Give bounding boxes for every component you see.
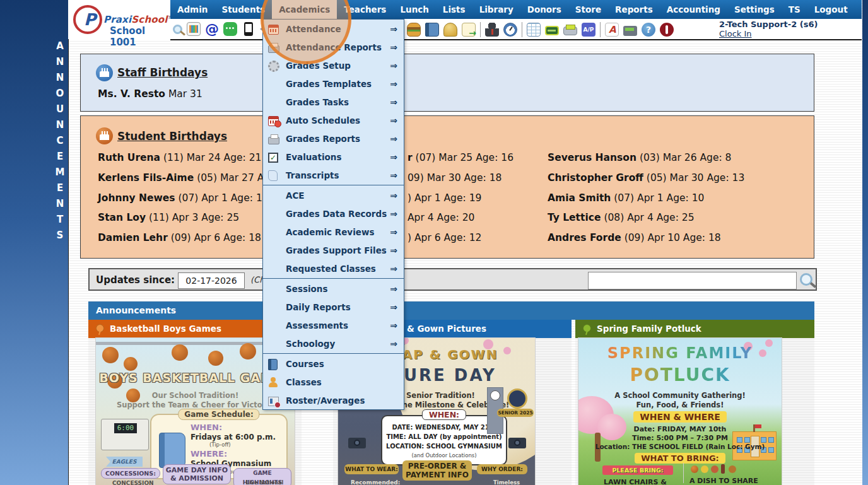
menu-item-classes[interactable]: Classes — [263, 373, 404, 391]
food-icon — [711, 465, 718, 473]
time-line: Time: 5:00 PM – 7:30 PM — [578, 434, 782, 442]
nav-students[interactable]: Students — [214, 0, 272, 19]
student-birthday-entry: Ty Lettice (08) Apr 4 Age: 25 — [548, 212, 695, 223]
search-input[interactable] — [588, 272, 797, 289]
student-birthdays-title: Student Birthdays — [117, 130, 227, 143]
poster-subtitle: A School Community Gathering! — [578, 391, 782, 400]
nav-teachers[interactable]: Teachers — [337, 0, 393, 19]
nav-library[interactable]: Library — [472, 0, 520, 19]
email-at-icon[interactable]: @ — [205, 22, 219, 36]
menu-item-roster-averages[interactable]: Roster/Averages — [263, 391, 404, 409]
alerts-bell-icon[interactable] — [443, 23, 457, 37]
calendar-icon[interactable] — [187, 22, 201, 36]
student-birthday-entry: Severus Hanson (03) Mar 26 Age: 8 — [548, 152, 731, 163]
check-printer-icon[interactable] — [563, 26, 577, 35]
menu-item-sessions[interactable]: Sessions⇒ — [263, 279, 404, 298]
menu-item-grades-setup[interactable]: Grades Setup⇒ — [263, 56, 404, 74]
why-order-badge: WHY ORDER: — [477, 464, 527, 474]
toolbar-left-group: @ — [173, 22, 270, 36]
card-title: & Gown Pictures — [407, 324, 486, 334]
library-book-icon[interactable] — [425, 23, 439, 37]
when-title: WHEN: — [422, 409, 466, 420]
poster-title: POTLUCK — [578, 365, 782, 385]
potluck-poster: SPRING FAMILY POTLUCK A School Community… — [578, 338, 782, 485]
menu-item-transcripts[interactable]: Transcripts⇒ — [263, 166, 404, 184]
nav-donors[interactable]: Donors — [520, 0, 568, 19]
menu-item-grades-tasks[interactable]: Grades Tasks⇒ — [263, 93, 404, 111]
menu-item-evaluations[interactable]: ✓Evaluations⇒ — [263, 148, 404, 166]
submenu-arrow-icon: ⇒ — [390, 79, 397, 89]
announcements-vertical-label: ANNOUNCEMENTS — [54, 40, 66, 245]
food-icon — [701, 465, 708, 473]
ap-badge-icon[interactable]: A/P — [582, 23, 595, 37]
menu-item-attendance[interactable]: Attendance⇒ — [263, 20, 404, 38]
submenu-arrow-icon: ⇒ — [390, 209, 397, 219]
calendar-red-icon — [268, 23, 279, 35]
staff-person-icon[interactable] — [485, 23, 499, 37]
nav-lists[interactable]: Lists — [436, 0, 472, 19]
clock-in-link[interactable]: Clock In — [719, 29, 752, 38]
nav-lunch[interactable]: Lunch — [393, 0, 435, 19]
nav-accounting[interactable]: Accounting — [660, 0, 727, 19]
toolbar-separator — [600, 22, 601, 37]
divider — [683, 463, 684, 483]
nav-admin[interactable]: Admin — [170, 0, 214, 19]
student-birthday-entry: Johnny Newes (07) Apr 1 Age: 15 — [98, 192, 269, 204]
logo-letter: P — [84, 10, 96, 29]
pushpin-icon — [96, 324, 104, 332]
payment-card-icon[interactable] — [545, 26, 559, 35]
user-label: 2-Tech Support-2 (s6) — [719, 20, 818, 29]
menu-item-assessments[interactable]: Assessments⇒ — [263, 316, 404, 334]
nav-store[interactable]: Store — [568, 0, 608, 19]
menu-item-academic-reviews[interactable]: Academic Reviews⇒ — [263, 223, 404, 241]
please-bring-banner: PLEASE BRING: — [602, 465, 673, 475]
menu-item-auto-schedules[interactable]: Auto Schedules⇒ — [263, 111, 404, 129]
scoreboard: 6:00 — [101, 419, 149, 450]
poster-footnote: Timeless — [493, 479, 520, 485]
logout-stop-icon[interactable] — [660, 23, 674, 37]
where-label: WHERE: — [191, 449, 227, 459]
toolbar-right-group: A/P ? — [407, 22, 674, 37]
nav-academics[interactable]: Academics — [272, 0, 337, 19]
what-to-bring-row: WHAT TO BRING: — [578, 452, 782, 464]
submenu-arrow-icon: ⇒ — [390, 61, 397, 71]
lunch-burger-icon[interactable] — [407, 23, 421, 37]
help-icon[interactable]: ? — [642, 23, 655, 37]
nav-reports[interactable]: Reports — [608, 0, 660, 19]
logo-box[interactable]: P PraxiSchoolTM School 1001 — [68, 0, 171, 39]
card-title: Spring Family Potluck — [597, 324, 701, 334]
card-header-potluck[interactable]: Spring Family Potluck — [575, 320, 814, 338]
menu-item-grades-templates[interactable]: Grades Templates⇒ — [263, 74, 404, 93]
menu-item-schoology[interactable]: Schoology⇒ — [263, 334, 404, 353]
menu-item-grades-data-records[interactable]: Grades Data Records⇒ — [263, 204, 404, 223]
brand-school: School — [131, 14, 167, 25]
search-icon[interactable] — [173, 25, 182, 34]
menu-item-ace[interactable]: ACE⇒ — [263, 186, 404, 204]
menu-item-grades-support-files[interactable]: Grades Support Files⇒ — [263, 241, 404, 259]
menu-item-daily-reports[interactable]: Daily Reports⇒ — [263, 298, 404, 316]
gradebook-table-icon[interactable] — [527, 23, 541, 37]
nav-logout[interactable]: Logout — [807, 0, 855, 19]
birthday-cake-icon — [96, 64, 113, 81]
menu-item-attendance-reports[interactable]: Attendance Reports⇒ — [263, 38, 404, 56]
school-crest-icon — [507, 389, 527, 409]
mobile-phone-icon[interactable] — [244, 22, 253, 36]
preorder-badge: PRE-ORDER &PAYMENT INFO — [402, 460, 472, 481]
nav-ts[interactable]: TS — [782, 0, 807, 19]
student-birthday-entry: Christopher Groff (05) Mar 30 Age: 13 — [548, 172, 744, 184]
cash-register-icon[interactable] — [623, 26, 637, 36]
pdf-icon[interactable] — [605, 23, 619, 37]
menu-item-requested-classes[interactable]: Requested Classes⇒ — [263, 259, 404, 278]
menu-item-grades-reports[interactable]: Grades Reports⇒ — [263, 129, 404, 148]
concessions-badge: CONCESSIONS: — [101, 468, 160, 479]
pennant: EAGLES — [106, 457, 143, 467]
time-clock-icon[interactable] — [503, 23, 517, 37]
menu-item-courses[interactable]: Courses — [263, 354, 404, 373]
nav-settings[interactable]: Settings — [727, 0, 782, 19]
chat-icon[interactable] — [223, 22, 237, 36]
staff-birthday-entry: Ms. V. Resto Mar 31 — [98, 88, 202, 100]
search-button[interactable] — [799, 272, 814, 287]
updates-date-input[interactable] — [178, 272, 245, 289]
printer-icon — [268, 42, 279, 53]
export-note-icon[interactable] — [462, 23, 476, 37]
